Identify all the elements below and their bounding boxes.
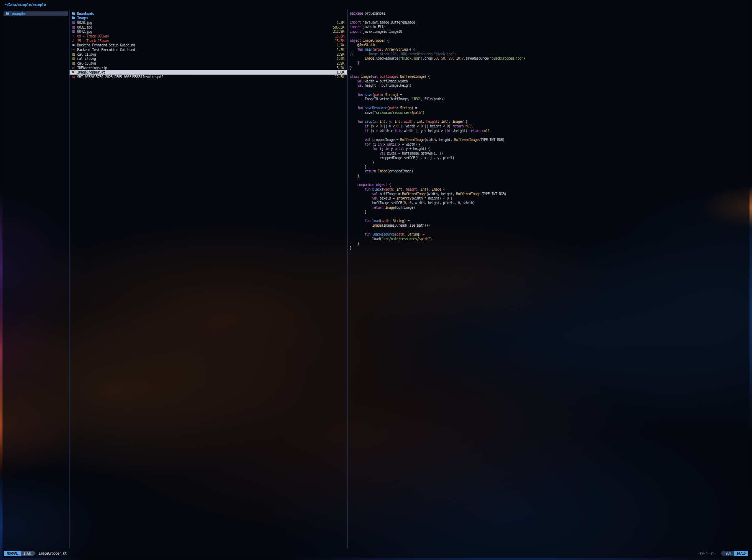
file-row[interactable]: ≡Backend_Test_Execution_Guide.md1.3K <box>70 47 347 52</box>
svg-file-icon: ▧ <box>72 62 77 65</box>
code-line <box>350 102 750 106</box>
code-line: // Image.black(100, 100).saveResource("b… <box>350 52 750 57</box>
file-manager-panes: example DownloadsImages▨0028.jpg1.3M▨003… <box>2 9 750 549</box>
file-size: 5.2K <box>333 66 344 70</box>
parent-directory-panel: example <box>2 9 70 549</box>
breadcrumb: ~/Data/example/example <box>5 3 46 7</box>
code-line <box>350 215 750 219</box>
file-row[interactable]: ▨0042.jpg212.9K <box>70 30 347 34</box>
file-size: 1.6K <box>333 70 344 74</box>
code-line: import java.io.File <box>350 25 750 30</box>
file-row[interactable]: KImageCropper.kt1.6K <box>70 70 347 75</box>
mode-indicator: NORMAL <box>4 551 21 556</box>
code-line: fun saveResource(path: String) = <box>350 106 750 111</box>
code-line: load("src/main/resources/$path") <box>350 237 750 242</box>
code-line: save("src/main/resources/$path") <box>350 111 750 115</box>
parent-dir-name: example <box>12 12 25 16</box>
file-name: cal-c3.svg <box>77 61 96 65</box>
file-size: 2.9K <box>333 57 344 61</box>
desktop-wallpaper: { "topbar": { "path": "~/Data/example/ex… <box>0 0 752 560</box>
file-row[interactable]: ♪15 - Track 15.wav15.3M <box>70 39 347 43</box>
audio-file-icon: ♪ <box>72 39 77 42</box>
file-size: 12.5K <box>331 75 344 79</box>
code-line: } <box>350 165 750 170</box>
file-size: 15.3M <box>331 39 344 43</box>
file-row[interactable]: ≡Backend_Frontend_Setup_Guide.md1.7K <box>70 43 347 47</box>
markdown-file-icon: ≡ <box>72 44 77 47</box>
code-line: if (x < 0 || y < 0 || width < 0 || heigh… <box>350 124 750 129</box>
file-size-badge: 1.6K <box>21 551 33 556</box>
code-line: import javax.imageio.ImageIO <box>350 30 750 34</box>
markdown-file-icon: ≡ <box>72 48 77 51</box>
code-line: fun loadResource(path: String) = <box>350 232 750 237</box>
code-line: fun save(path: String) = <box>350 93 750 97</box>
file-name: Images <box>77 16 88 20</box>
file-row[interactable]: ♪09 - Track 09.wav15.3M <box>70 34 347 39</box>
code-line: ImageIO.write(buffImage, "JPG", File(pat… <box>350 97 750 102</box>
file-name: cal-c1.svg <box>77 52 96 56</box>
status-right: -rw-r--r-- 93% 14/15 <box>698 550 748 556</box>
code-line <box>350 16 750 21</box>
pdf-file-icon: ▤ <box>72 75 77 79</box>
code-line: val pixel = buffImage.getRGB(i, j) <box>350 151 750 156</box>
powerline-separator-left-icon <box>721 550 723 556</box>
file-name: Downloads <box>77 12 94 16</box>
downloads-folder-icon <box>72 12 77 15</box>
file-name: 09 - Track 09.wav <box>77 34 109 38</box>
zip-file-icon: ◫ <box>72 66 77 70</box>
code-line: val width = buffImage.width <box>350 79 750 84</box>
code-line: } <box>350 242 750 246</box>
file-row[interactable]: Downloads <box>70 11 347 16</box>
svg-file-icon: ▧ <box>72 53 77 56</box>
file-name: IDEAsettings.zip <box>77 66 107 70</box>
code-line: val height = buffImage.height <box>350 84 750 88</box>
file-size: 1.3K <box>333 48 344 52</box>
code-line: fun crop(x: Int, y: Int, width: Int, hei… <box>350 120 750 124</box>
code-line: object ImageCropper { <box>350 39 750 43</box>
scroll-percentage: 93% <box>723 551 734 556</box>
status-left: NORMAL 1.6K ImageCropper.kt <box>4 550 67 556</box>
file-name: Backend_Test_Execution_Guide.md <box>77 48 135 52</box>
file-row[interactable]: ▧cal-c1.svg2.9K <box>70 52 347 57</box>
file-name: 0028.jpg <box>77 21 92 25</box>
file-row[interactable]: ▨0031.jpg586.3K <box>70 25 347 30</box>
file-row[interactable]: ◫IDEAsettings.zip5.2K <box>70 66 347 70</box>
file-name: 0031.jpg <box>77 25 92 29</box>
code-line: @JvmStatic <box>350 43 750 47</box>
code-line: Image(ImageIO.read(File(path))) <box>350 223 750 228</box>
file-row[interactable]: ▨0028.jpg1.3M <box>70 20 347 25</box>
file-row[interactable]: ▧cal-c2.svg2.9K <box>70 56 347 61</box>
code-line <box>350 88 750 93</box>
code-line: class Image(val buffImage: BufferedImage… <box>350 75 750 79</box>
file-name: ImageCropper.kt <box>77 70 105 74</box>
code-preview[interactable]: package org.example import java.awt.imag… <box>348 9 750 549</box>
code-line: croppedImage.setRGB(i - x, j - y, pixel) <box>350 156 750 161</box>
svg-file-icon: ▧ <box>72 57 77 60</box>
file-size: 2.9K <box>333 52 344 56</box>
code-line: for (i in x until x + width) { <box>350 142 750 147</box>
code-line: if (x + width > this.width || y + height… <box>350 129 750 133</box>
code-line: companion object { <box>350 183 750 187</box>
code-line <box>350 115 750 120</box>
folder-icon <box>6 12 11 15</box>
file-size: 2.9K <box>333 61 344 65</box>
parent-dir-item[interactable]: example <box>4 11 68 16</box>
code-line <box>350 228 750 233</box>
kotlin-file-icon: K <box>72 71 77 74</box>
file-list: DownloadsImages▨0028.jpg1.3M▨0031.jpg586… <box>70 9 348 549</box>
file-size: 586.3K <box>329 25 344 29</box>
code-line: } <box>350 174 750 178</box>
file-row[interactable]: Images <box>70 16 347 21</box>
image-file-icon: ▨ <box>72 26 77 29</box>
code-line: val croppedImage = BufferedImage(width, … <box>350 138 750 142</box>
code-line: } <box>350 61 750 66</box>
file-row[interactable]: ▤SBI_0032013739_2023_DE05_0003155631Invo… <box>70 75 347 79</box>
code-line <box>350 133 750 138</box>
file-size: 1.7K <box>333 43 344 47</box>
code-line: } <box>350 210 750 215</box>
file-row[interactable]: ▧cal-c3.svg2.9K <box>70 61 347 66</box>
file-name: 0042.jpg <box>77 30 92 34</box>
file-name: 15 - Track 15.wav <box>77 39 109 43</box>
file-name: cal-c2.svg <box>77 57 96 61</box>
file-size: 1.3M <box>333 21 344 25</box>
